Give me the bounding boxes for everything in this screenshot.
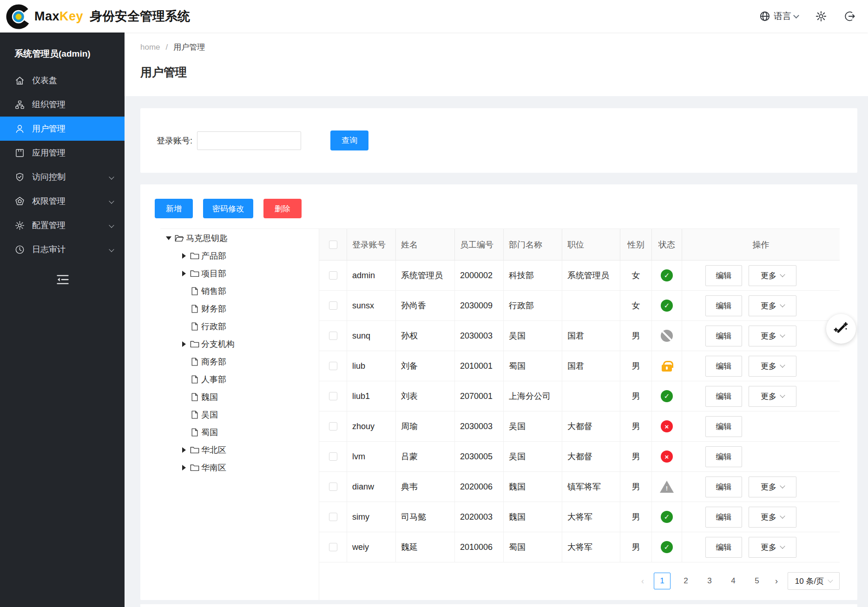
tree-caret-placeholder[interactable]	[178, 286, 190, 297]
edit-button[interactable]: 编辑	[705, 356, 742, 377]
edit-button[interactable]: 编辑	[705, 476, 742, 497]
sidebar-item-home[interactable]: 仪表盘	[0, 68, 125, 92]
sidebar-item-app[interactable]: 应用管理	[0, 141, 125, 165]
change-password-button[interactable]: 密码修改	[203, 199, 253, 218]
row-checkbox[interactable]	[329, 452, 337, 461]
tree-item[interactable]: 魏国	[160, 388, 319, 406]
more-button[interactable]: 更多	[749, 295, 796, 316]
tree-caret-placeholder[interactable]	[178, 392, 190, 403]
page-button-5[interactable]: 5	[749, 573, 765, 589]
add-button[interactable]: 新增	[155, 199, 193, 218]
edit-button[interactable]: 编辑	[705, 507, 742, 528]
select-all-checkbox[interactable]	[329, 241, 337, 249]
row-checkbox[interactable]	[329, 332, 337, 340]
tree-item[interactable]: 行政部	[160, 318, 319, 335]
more-button[interactable]: 更多	[749, 326, 796, 346]
edit-button[interactable]: 编辑	[705, 537, 742, 558]
login-account-input[interactable]	[197, 131, 301, 150]
tree-item[interactable]: 人事部	[160, 371, 319, 388]
tree-caret-icon[interactable]	[178, 339, 190, 350]
breadcrumb-home[interactable]: home	[140, 43, 160, 52]
tree-item[interactable]: 产品部	[160, 247, 319, 265]
more-button[interactable]: 更多	[749, 476, 796, 497]
tree-item-label: 产品部	[201, 250, 226, 261]
row-checkbox[interactable]	[329, 392, 337, 400]
tree-item[interactable]: 华南区	[160, 459, 319, 476]
cell-gender: 男	[620, 351, 652, 381]
edit-button[interactable]: 编辑	[705, 295, 742, 316]
user-list-panel: 新增 密码修改 删除 马克思钥匙 产品部 项目部 销售部 财务部 行政部	[140, 184, 857, 600]
tree-caret-icon[interactable]	[163, 233, 174, 244]
sidebar-item-medal[interactable]: 权限管理	[0, 189, 125, 213]
col-header-position: 职位	[562, 229, 620, 260]
more-button[interactable]: 更多	[749, 386, 796, 407]
col-header-name: 姓名	[396, 229, 455, 260]
tree-caret-placeholder[interactable]	[178, 427, 190, 438]
tree-item[interactable]: 项目部	[160, 265, 319, 282]
row-checkbox[interactable]	[329, 422, 337, 431]
edit-button[interactable]: 编辑	[705, 265, 742, 286]
sidebar-item-clock[interactable]: 日志审计	[0, 237, 125, 261]
sidebar-item-gear[interactable]: 配置管理	[0, 213, 125, 237]
tree-caret-placeholder[interactable]	[178, 303, 190, 314]
logout-icon[interactable]	[844, 10, 856, 22]
more-button[interactable]: 更多	[749, 537, 796, 558]
edit-button[interactable]: 编辑	[705, 416, 742, 437]
settings-icon[interactable]	[815, 10, 827, 22]
tree-caret-icon[interactable]	[178, 444, 190, 456]
tree-caret-icon[interactable]	[178, 268, 190, 279]
tree-item[interactable]: 蜀国	[160, 424, 319, 441]
tree-caret-placeholder[interactable]	[178, 321, 190, 332]
sidebar-item-org[interactable]: 组织管理	[0, 92, 125, 117]
edit-button[interactable]: 编辑	[705, 326, 742, 346]
table-row: dianw 典韦 2020006 魏国 镇军将军 男 ! 编辑更多	[319, 472, 840, 502]
tree-item[interactable]: 华北区	[160, 441, 319, 459]
more-button-label: 更多	[761, 331, 776, 341]
more-button[interactable]: 更多	[749, 265, 796, 286]
tree-caret-placeholder[interactable]	[178, 374, 190, 385]
sidebar-item-user[interactable]: 用户管理	[0, 117, 125, 141]
tree-item[interactable]: 商务部	[160, 353, 319, 371]
tree-item[interactable]: 财务部	[160, 300, 319, 318]
edit-button[interactable]: 编辑	[705, 386, 742, 407]
language-selector[interactable]: 语言	[759, 10, 798, 22]
cell-position	[562, 291, 620, 320]
delete-button[interactable]: 删除	[263, 199, 302, 218]
sidebar-item-shield[interactable]: 访问控制	[0, 165, 125, 189]
tree-item[interactable]: 吴国	[160, 406, 319, 424]
row-checkbox[interactable]	[329, 301, 337, 310]
more-button[interactable]: 更多	[749, 507, 796, 528]
page-button-3[interactable]: 3	[701, 573, 718, 589]
status-active-icon: ✓	[661, 390, 673, 402]
page-button-4[interactable]: 4	[725, 573, 742, 589]
next-page-button[interactable]: ›	[772, 576, 781, 586]
tree-caret-icon[interactable]	[178, 250, 190, 261]
table-row: sunq 孙权 2030003 吴国 国君 男 编辑更多	[319, 321, 840, 351]
tree-item[interactable]: 马克思钥匙	[160, 229, 319, 247]
cell-name: 魏延	[396, 532, 455, 562]
menu-fold-icon[interactable]	[56, 274, 70, 286]
row-checkbox[interactable]	[329, 362, 337, 370]
org-tree: 马克思钥匙 产品部 项目部 销售部 财务部 行政部 分支机构 商务部	[160, 229, 319, 600]
clock-icon	[14, 244, 25, 255]
tree-item[interactable]: 分支机构	[160, 335, 319, 353]
row-checkbox[interactable]	[329, 483, 337, 491]
tree-caret-placeholder[interactable]	[178, 409, 190, 420]
row-checkbox[interactable]	[329, 271, 337, 280]
prev-page-button[interactable]: ‹	[638, 576, 647, 586]
cell-department: 吴国	[504, 442, 562, 471]
query-button[interactable]: 查询	[330, 131, 368, 150]
chevron-down-icon	[780, 272, 785, 277]
tree-caret-icon[interactable]	[178, 462, 190, 473]
cell-position	[562, 381, 620, 411]
page-button-2[interactable]: 2	[677, 573, 694, 589]
tree-item[interactable]: 销售部	[160, 282, 319, 300]
page-button-1[interactable]: 1	[654, 573, 671, 589]
col-header-gender: 性别	[620, 229, 652, 260]
tree-caret-placeholder[interactable]	[178, 356, 190, 367]
row-checkbox[interactable]	[329, 543, 337, 551]
edit-button[interactable]: 编辑	[705, 446, 742, 467]
more-button[interactable]: 更多	[749, 356, 796, 377]
row-checkbox[interactable]	[329, 513, 337, 521]
page-size-select[interactable]: 10 条/页	[788, 572, 840, 590]
